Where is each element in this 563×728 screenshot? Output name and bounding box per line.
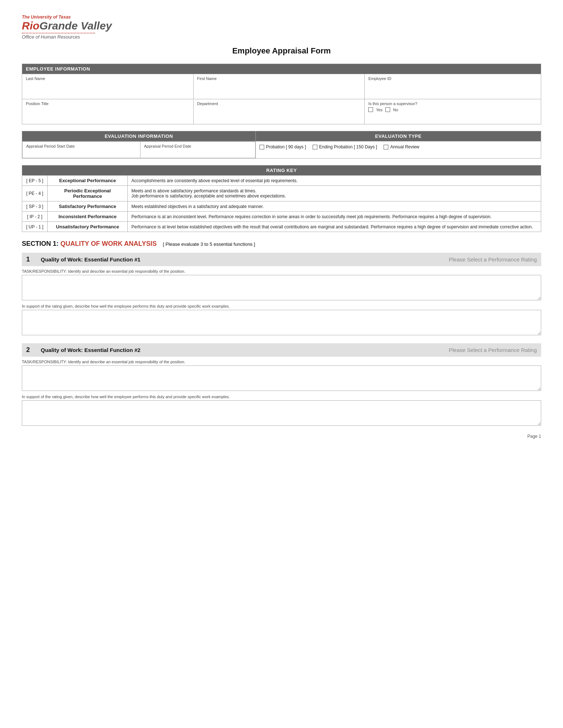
support-textarea-2[interactable] bbox=[22, 400, 541, 426]
position-title-field[interactable] bbox=[26, 111, 190, 122]
function-num-1: 1 bbox=[26, 256, 35, 263]
ending-probation-option: Ending Probation [ 150 Days ] bbox=[313, 144, 377, 149]
last-name-label: Last Name bbox=[26, 76, 190, 81]
rating-row-4: [ UP - 1 ] Unsatisfactory Performance Pe… bbox=[22, 222, 541, 232]
annual-review-option: Annual Review bbox=[384, 144, 419, 149]
rating-code-3: [ IP - 2 ] bbox=[22, 212, 48, 222]
position-title-cell: Position Title bbox=[22, 99, 194, 124]
supervisor-yes-label: Yes bbox=[376, 108, 382, 112]
employee-info-table: EMPLOYEE INFORMATION Last Name First Nam… bbox=[22, 64, 541, 124]
first-name-cell: First Name bbox=[193, 74, 365, 99]
section1-heading-area: SECTION 1: QUALITY OF WORK ANALYSIS [ Pl… bbox=[22, 240, 541, 248]
logo-grande: Grande Valley bbox=[39, 20, 112, 32]
logo-utrgv: The University of Texas Rio Grande Valle… bbox=[22, 15, 541, 40]
end-date-field[interactable] bbox=[144, 148, 251, 156]
function-header-2: 2 Quality of Work: Essential Function #2… bbox=[22, 343, 541, 357]
rating-desc-4: Performance is at level below establishe… bbox=[128, 222, 541, 232]
department-field[interactable] bbox=[197, 111, 361, 122]
task-label-2: TASK/RESPONSIBILITY: Identify and descri… bbox=[22, 360, 541, 364]
rating-code-0: [ EP - 5 ] bbox=[22, 176, 48, 186]
rating-row-0: [ EP - 5 ] Exceptional Performance Accom… bbox=[22, 176, 541, 186]
rating-code-1: [ PE - 4 ] bbox=[22, 186, 48, 201]
page-number: Page 1 bbox=[527, 434, 541, 439]
employee-id-label: Employee ID bbox=[368, 76, 537, 81]
section1-label: SECTION 1: QUALITY OF WORK ANALYSIS bbox=[22, 240, 158, 247]
task-textarea-1[interactable] bbox=[22, 275, 541, 300]
department-label: Department bbox=[197, 101, 361, 106]
rating-desc-3: Performance is at an inconsistent level.… bbox=[128, 212, 541, 222]
function-block-2: 2 Quality of Work: Essential Function #2… bbox=[22, 343, 541, 426]
supervisor-cell: Is this person a supervisor? Yes No bbox=[365, 99, 541, 124]
end-date-cell: Appraisal Period End Date bbox=[140, 142, 255, 158]
position-title-label: Position Title bbox=[26, 101, 190, 106]
supervisor-label: Is this person a supervisor? bbox=[368, 101, 417, 106]
page-title: Employee Appraisal Form bbox=[22, 46, 541, 56]
function-header-1: 1 Quality of Work: Essential Function #1… bbox=[22, 253, 541, 266]
ending-probation-label: Ending Probation [ 150 Days ] bbox=[319, 144, 377, 149]
rating-name-1: Periodic Exceptional Performance bbox=[48, 186, 128, 201]
eval-type-header: EVALUATION TYPE bbox=[255, 131, 541, 141]
start-date-cell: Appraisal Period Start Date bbox=[23, 142, 140, 158]
first-name-field[interactable] bbox=[197, 86, 361, 97]
supervisor-yes-checkbox[interactable] bbox=[368, 107, 373, 112]
logo-sub: Office of Human Resources bbox=[22, 34, 541, 40]
support-label-1: In support of the rating given, describe… bbox=[22, 304, 541, 308]
page-footer: Page 1 bbox=[22, 434, 541, 439]
eval-dates-cell: Appraisal Period Start Date Appraisal Pe… bbox=[22, 141, 256, 159]
last-name-field[interactable] bbox=[26, 86, 190, 97]
function-body-2: TASK/RESPONSIBILITY: Identify and descri… bbox=[22, 360, 541, 426]
task-textarea-2[interactable] bbox=[22, 365, 541, 391]
rating-key-header: RATING KEY bbox=[22, 165, 541, 176]
department-cell: Department bbox=[193, 99, 365, 124]
logo-dotline bbox=[22, 33, 95, 33]
function-block-1: 1 Quality of Work: Essential Function #1… bbox=[22, 253, 541, 335]
probation-option: Probation [ 90 days ] bbox=[259, 144, 306, 149]
rating-name-0: Exceptional Performance bbox=[48, 176, 128, 186]
function-title-2: Quality of Work: Essential Function #2 bbox=[41, 347, 449, 353]
supervisor-no-checkbox[interactable] bbox=[385, 107, 390, 112]
function-rating-1[interactable]: Please Select a Performance Rating bbox=[449, 256, 537, 263]
start-date-field[interactable] bbox=[26, 148, 136, 156]
ending-probation-checkbox[interactable] bbox=[313, 145, 317, 149]
rating-desc-2: Meets established objectives in a satisf… bbox=[128, 201, 541, 212]
employee-id-cell: Employee ID bbox=[365, 74, 541, 99]
probation-label: Probation [ 90 days ] bbox=[266, 144, 306, 149]
logo-rio: Rio bbox=[22, 20, 39, 32]
end-date-label: Appraisal Period End Date bbox=[144, 144, 191, 148]
rating-name-3: Inconsistent Performance bbox=[48, 212, 128, 222]
support-textarea-1[interactable] bbox=[22, 310, 541, 335]
function-body-1: TASK/RESPONSIBILITY: Identify and descri… bbox=[22, 269, 541, 335]
eval-type-cell: Probation [ 90 days ] Ending Probation [… bbox=[255, 141, 541, 159]
employee-info-header: EMPLOYEE INFORMATION bbox=[22, 64, 541, 74]
first-name-label: First Name bbox=[197, 76, 361, 81]
eval-dates-table: Appraisal Period Start Date Appraisal Pe… bbox=[22, 141, 255, 158]
functions-container: 1 Quality of Work: Essential Function #1… bbox=[22, 253, 541, 426]
rating-desc-0: Accomplishments are consistently above e… bbox=[128, 176, 541, 186]
last-name-cell: Last Name bbox=[22, 74, 194, 99]
evaluation-table: EVALUATION INFORMATION EVALUATION TYPE A… bbox=[22, 131, 541, 159]
logo-area: The University of Texas Rio Grande Valle… bbox=[22, 15, 541, 40]
probation-checkbox[interactable] bbox=[259, 145, 264, 149]
start-date-label: Appraisal Period Start Date bbox=[26, 144, 75, 148]
logo-top-text: The University of Texas bbox=[22, 15, 541, 20]
function-rating-2[interactable]: Please Select a Performance Rating bbox=[449, 347, 537, 353]
annual-review-checkbox[interactable] bbox=[384, 145, 388, 149]
employee-id-field[interactable] bbox=[368, 86, 537, 97]
function-title-1: Quality of Work: Essential Function #1 bbox=[41, 256, 449, 263]
support-label-2: In support of the rating given, describe… bbox=[22, 395, 541, 399]
section1-colon: : bbox=[56, 240, 59, 247]
section1-note: [ Please evaluate 3 to 5 essential funct… bbox=[163, 241, 255, 247]
rating-key-table: RATING KEY [ EP - 5 ] Exceptional Perfor… bbox=[22, 165, 541, 232]
function-num-2: 2 bbox=[26, 346, 35, 354]
eval-info-header: EVALUATION INFORMATION bbox=[22, 131, 256, 141]
rating-code-2: [ SP - 3 ] bbox=[22, 201, 48, 212]
rating-row-2: [ SP - 3 ] Satisfactory Performance Meet… bbox=[22, 201, 541, 212]
rating-desc-1: Meets and is above satisfactory performa… bbox=[128, 186, 541, 201]
section1-title: QUALITY OF WORK ANALYSIS bbox=[60, 240, 156, 247]
rating-row-1: [ PE - 4 ] Periodic Exceptional Performa… bbox=[22, 186, 541, 201]
eval-type-options: Probation [ 90 days ] Ending Probation [… bbox=[256, 141, 541, 152]
rating-code-4: [ UP - 1 ] bbox=[22, 222, 48, 232]
rating-name-4: Unsatisfactory Performance bbox=[48, 222, 128, 232]
rating-name-2: Satisfactory Performance bbox=[48, 201, 128, 212]
section1-section-word: SECTION 1 bbox=[22, 240, 56, 247]
